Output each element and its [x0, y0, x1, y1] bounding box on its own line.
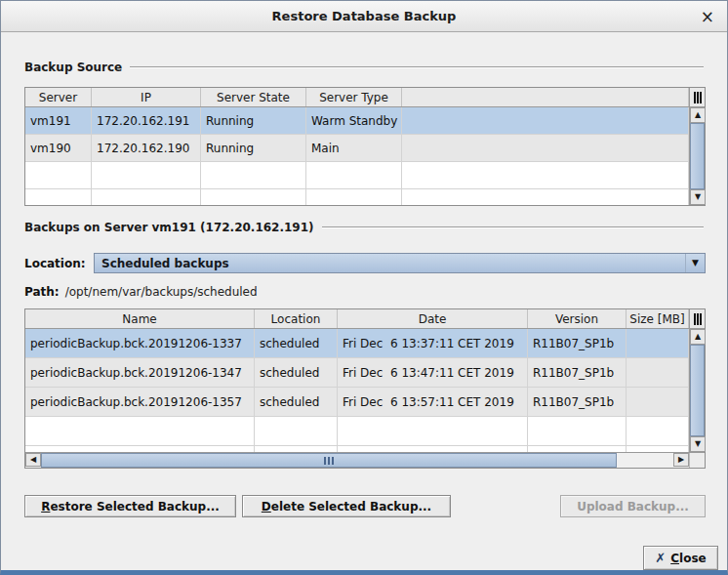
cell-version: R11B07_SP1b [528, 388, 627, 417]
cell-date: Fri Dec 6 13:57:11 CET 2019 [338, 388, 528, 417]
empty-row [25, 446, 689, 452]
vertical-scrollbar[interactable]: ▲ ▼ [689, 329, 705, 452]
scroll-right-button[interactable]: ▶ [673, 453, 689, 467]
empty-row [25, 417, 689, 446]
cell-version: R11B07_SP1b [528, 358, 627, 388]
scrollbar-thumb[interactable] [690, 123, 705, 189]
backup-source-table-header: Server IP Server State Server Type [25, 88, 705, 107]
table-row-vm190[interactable]: vm190 172.20.162.190 Running Main [25, 135, 689, 162]
close-x-icon: ✗ [655, 552, 666, 564]
column-header-server-type[interactable]: Server Type [306, 88, 402, 106]
location-combobox[interactable]: Scheduled backups ▼ [94, 253, 706, 273]
table-row-backup-1337[interactable]: periodicBackup.bck.20191206-1337 schedul… [25, 329, 689, 358]
scrollbar-thumb[interactable] [41, 453, 617, 468]
close-button[interactable]: ✗ Close [643, 546, 718, 570]
backups-section-header: Backups on Server vm191 (172.20.162.191) [24, 220, 704, 235]
location-label: Location: [24, 257, 86, 270]
table-row-backup-1357[interactable]: periodicBackup.bck.20191206-1357 schedul… [25, 388, 689, 417]
cell-server-state: Running [201, 107, 306, 135]
close-button-label: Close [670, 552, 706, 565]
column-header-name[interactable]: Name [25, 309, 255, 328]
scroll-up-button[interactable]: ▲ [690, 329, 706, 345]
backups-section-title: Backups on Server vm191 (172.20.162.191) [24, 221, 314, 234]
scroll-down-button[interactable]: ▼ [690, 436, 706, 452]
empty-row [25, 162, 689, 189]
scrollbar-track[interactable] [41, 453, 673, 468]
backup-source-table: Server IP Server State Server Type vm191… [24, 87, 706, 206]
cell-location: scheduled [255, 329, 338, 358]
window-close-icon[interactable]: × [701, 7, 714, 26]
window-title: Restore Database Backup [272, 9, 457, 23]
location-selected-value: Scheduled backups [95, 257, 685, 270]
arrow-down-icon: ▼ [695, 440, 701, 448]
cell-server: vm190 [25, 135, 92, 162]
path-label: Path: [24, 285, 60, 299]
scroll-left-button[interactable]: ◀ [25, 453, 41, 467]
column-header-date[interactable]: Date [338, 309, 528, 328]
column-header-server[interactable]: Server [25, 88, 92, 106]
table-row-vm191[interactable]: vm191 172.20.162.191 Running Warm Standb… [25, 107, 689, 135]
column-header-version[interactable]: Version [528, 309, 627, 328]
cell-location: scheduled [255, 388, 338, 417]
path-row: Path: /opt/nem/var/backups/scheduled [24, 285, 258, 299]
cell-ip: 172.20.162.191 [92, 107, 201, 135]
cell-server-type: Main [306, 135, 402, 162]
restore-button-label: Restore Selected Backup... [41, 500, 220, 513]
backup-source-title: Backup Source [24, 61, 122, 74]
scroll-up-button[interactable]: ▲ [690, 107, 706, 123]
separator-line [322, 226, 704, 228]
cell-server-type: Warm Standby [306, 107, 402, 135]
arrow-up-icon: ▲ [695, 111, 701, 119]
upload-button-label: Upload Backup... [577, 500, 689, 513]
backups-table-body: periodicBackup.bck.20191206-1337 schedul… [25, 329, 705, 452]
vertical-scrollbar[interactable]: ▲ ▼ [689, 107, 705, 205]
scroll-down-button[interactable]: ▼ [690, 189, 706, 205]
separator-line [130, 66, 704, 68]
scrollbar-thumb[interactable] [690, 345, 705, 436]
column-header-server-state[interactable]: Server State [201, 88, 306, 106]
arrow-up-icon: ▲ [695, 333, 701, 341]
delete-selected-backup-button[interactable]: Delete Selected Backup... [242, 495, 451, 517]
table-row-backup-1347[interactable]: periodicBackup.bck.20191206-1347 schedul… [25, 358, 689, 388]
empty-row [25, 189, 689, 205]
path-value: /opt/nem/var/backups/scheduled [65, 285, 258, 299]
titlebar[interactable]: Restore Database Backup × [1, 1, 727, 32]
cell-date: Fri Dec 6 13:37:11 CET 2019 [338, 329, 528, 358]
scrollbar-track[interactable] [690, 123, 705, 189]
table-options-button[interactable] [689, 88, 705, 106]
cell-server-state: Running [201, 135, 306, 162]
backups-table: Name Location Date Version Size [MB] per… [24, 308, 706, 469]
scrollbar-track[interactable] [690, 345, 705, 436]
cell-size [627, 358, 689, 388]
backup-source-table-body: vm191 172.20.162.191 Running Warm Standb… [25, 107, 705, 205]
cell-name: periodicBackup.bck.20191206-1357 [25, 388, 255, 417]
arrow-down-icon: ▼ [695, 193, 701, 201]
cell-location: scheduled [255, 358, 338, 388]
cell-blank [402, 135, 689, 162]
restore-database-backup-dialog: Restore Database Backup × Backup Source … [0, 0, 728, 575]
column-header-ip[interactable]: IP [92, 88, 201, 106]
cell-version: R11B07_SP1b [528, 329, 627, 358]
cell-date: Fri Dec 6 13:47:11 CET 2019 [338, 358, 528, 388]
combo-dropdown-icon[interactable]: ▼ [685, 254, 705, 272]
scrollbar-corner [689, 453, 705, 468]
cell-size [627, 329, 689, 358]
cell-name: periodicBackup.bck.20191206-1337 [25, 329, 255, 358]
columns-icon [694, 92, 696, 103]
column-header-size[interactable]: Size [MB] [627, 309, 689, 328]
arrow-right-icon: ▶ [678, 456, 684, 464]
cell-server: vm191 [25, 107, 92, 135]
column-header-location[interactable]: Location [255, 309, 338, 328]
thumb-grip-icon [324, 457, 326, 465]
arrow-left-icon: ◀ [30, 456, 36, 464]
cell-ip: 172.20.162.190 [92, 135, 201, 162]
backups-table-header: Name Location Date Version Size [MB] [25, 309, 705, 329]
restore-selected-backup-button[interactable]: Restore Selected Backup... [24, 495, 236, 517]
cell-blank [402, 107, 689, 135]
upload-backup-button-disabled: Upload Backup... [560, 495, 706, 517]
column-header-blank [402, 88, 689, 106]
table-options-button[interactable] [689, 309, 705, 328]
horizontal-scrollbar[interactable]: ◀ ▶ [25, 452, 705, 468]
cell-name: periodicBackup.bck.20191206-1347 [25, 358, 255, 388]
cell-size [627, 388, 689, 417]
